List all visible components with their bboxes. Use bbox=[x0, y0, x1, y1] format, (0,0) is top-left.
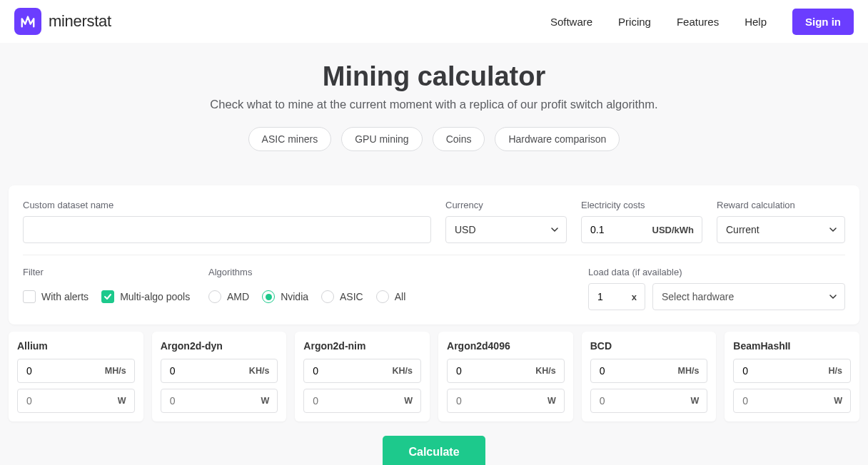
hardware-select[interactable]: Select hardware bbox=[652, 283, 845, 310]
check-multi-algo[interactable]: Multi-algo pools bbox=[101, 290, 190, 303]
reward-select[interactable]: Current bbox=[717, 216, 845, 243]
field-algorithms: Algorithms AMD Nvidia ASIC All bbox=[208, 267, 574, 310]
with-alerts-label: With alerts bbox=[41, 291, 89, 302]
asic-label: ASIC bbox=[340, 291, 363, 302]
reward-label: Reward calculation bbox=[717, 200, 845, 210]
hashrate-unit: KH/s bbox=[249, 366, 269, 376]
algo-card: BeamHashII H/s W bbox=[725, 332, 859, 421]
page-subtitle: Check what to mine at the current moment… bbox=[14, 98, 854, 111]
amd-label: AMD bbox=[227, 291, 249, 302]
algo-card: Argon2d4096 KH/s W bbox=[438, 332, 573, 421]
radio-amd[interactable]: AMD bbox=[208, 290, 249, 303]
field-dataset: Custom dataset name bbox=[23, 200, 431, 243]
algo-name: Argon2d-nim bbox=[303, 340, 421, 352]
logo-icon bbox=[14, 8, 41, 35]
nav-pricing[interactable]: Pricing bbox=[618, 16, 651, 28]
pill-coins[interactable]: Coins bbox=[433, 127, 485, 151]
page-title: Mining calculator bbox=[14, 61, 854, 92]
signin-button[interactable]: Sign in bbox=[792, 9, 854, 35]
algo-name: BCD bbox=[590, 340, 708, 352]
power-unit: W bbox=[261, 396, 270, 406]
power-unit: W bbox=[547, 396, 556, 406]
radio-all-dot bbox=[376, 290, 389, 303]
algorithms-label: Algorithms bbox=[208, 267, 574, 277]
field-electricity-cost: Electricity costs USD/kWh bbox=[581, 200, 702, 243]
hashrate-unit: KH/s bbox=[393, 366, 413, 376]
filter-label: Filter bbox=[23, 267, 194, 277]
radio-asic[interactable]: ASIC bbox=[321, 290, 363, 303]
algo-card: Allium MH/s W bbox=[9, 332, 143, 421]
load-input[interactable] bbox=[588, 283, 645, 310]
load-label: Load data (if available) bbox=[588, 267, 845, 277]
header: minerstat Software Pricing Features Help… bbox=[0, 0, 868, 43]
radio-all[interactable]: All bbox=[376, 290, 406, 303]
field-currency: Currency USD bbox=[445, 200, 567, 243]
nav-software[interactable]: Software bbox=[550, 16, 592, 28]
dataset-input[interactable] bbox=[23, 216, 431, 243]
power-unit: W bbox=[404, 396, 413, 406]
calculate-button[interactable]: Calculate bbox=[383, 436, 485, 465]
power-unit: W bbox=[118, 396, 126, 406]
power-unit: W bbox=[691, 396, 700, 406]
radio-nvidia-dot bbox=[262, 290, 275, 303]
field-filter: Filter With alerts Multi-algo pools bbox=[23, 267, 194, 310]
algo-card: Argon2d-nim KH/s W bbox=[295, 332, 430, 421]
hero: Mining calculator Check what to mine at … bbox=[0, 43, 868, 164]
pills: ASIC miners GPU mining Coins Hardware co… bbox=[14, 127, 854, 151]
all-label: All bbox=[395, 291, 406, 302]
nvidia-label: Nvidia bbox=[281, 291, 308, 302]
nav: Software Pricing Features Help Sign in bbox=[550, 9, 854, 35]
pill-gpu-mining[interactable]: GPU mining bbox=[341, 127, 422, 151]
algo-card: Argon2d-dyn KH/s W bbox=[152, 332, 287, 421]
cost-label: Electricity costs bbox=[581, 200, 702, 210]
pill-asic-miners[interactable]: ASIC miners bbox=[248, 127, 332, 151]
algo-grid: Allium MH/s W Argon2d-dyn KH/s W Argon2d… bbox=[0, 332, 868, 421]
checkbox-multi-algo bbox=[101, 290, 114, 303]
radio-nvidia[interactable]: Nvidia bbox=[262, 290, 308, 303]
dataset-label: Custom dataset name bbox=[23, 200, 431, 210]
form-row-2: Filter With alerts Multi-algo pools Algo… bbox=[23, 255, 845, 310]
checkbox-with-alerts bbox=[23, 290, 36, 303]
multi-algo-label: Multi-algo pools bbox=[120, 291, 190, 302]
algo-name: Argon2d4096 bbox=[447, 340, 565, 352]
nav-help[interactable]: Help bbox=[745, 16, 767, 28]
radio-asic-dot bbox=[321, 290, 334, 303]
check-with-alerts[interactable]: With alerts bbox=[23, 290, 89, 303]
hashrate-unit: MH/s bbox=[677, 366, 699, 376]
hashrate-unit: KH/s bbox=[535, 366, 555, 376]
field-reward: Reward calculation Current bbox=[717, 200, 845, 243]
radio-amd-dot bbox=[208, 290, 221, 303]
form-card: Custom dataset name Currency USD Electri… bbox=[9, 185, 859, 325]
calculate-wrap: Calculate bbox=[0, 421, 868, 465]
algo-name: Allium bbox=[17, 340, 135, 352]
logo[interactable]: minerstat bbox=[14, 8, 111, 35]
load-suffix: x bbox=[632, 292, 637, 302]
algo-name: Argon2d-dyn bbox=[161, 340, 278, 352]
hashrate-unit: MH/s bbox=[105, 366, 126, 376]
logo-text: minerstat bbox=[49, 12, 111, 31]
currency-label: Currency bbox=[445, 200, 567, 210]
algo-card: BCD MH/s W bbox=[582, 332, 717, 421]
field-load-data: Load data (if available) x Select hardwa… bbox=[588, 267, 845, 310]
algo-name: BeamHashII bbox=[733, 340, 851, 352]
nav-features[interactable]: Features bbox=[677, 16, 719, 28]
form-row-1: Custom dataset name Currency USD Electri… bbox=[23, 200, 845, 243]
pill-hardware-comparison[interactable]: Hardware comparison bbox=[495, 127, 620, 151]
power-unit: W bbox=[834, 396, 842, 406]
hashrate-unit: H/s bbox=[829, 366, 842, 376]
cost-unit: USD/kWh bbox=[652, 225, 695, 235]
currency-select[interactable]: USD bbox=[445, 216, 567, 243]
